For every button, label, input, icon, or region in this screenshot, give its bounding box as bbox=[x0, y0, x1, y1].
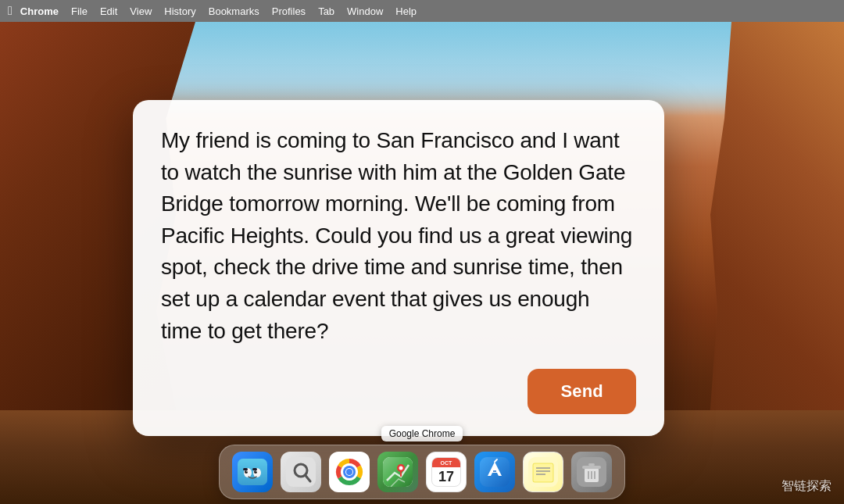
dock-icon-calendar[interactable]: OCT 17 bbox=[426, 452, 467, 492]
menu-view[interactable]: View bbox=[130, 5, 152, 17]
svg-rect-26 bbox=[533, 463, 553, 482]
dialog-footer: Send bbox=[161, 369, 636, 414]
menu-window[interactable]: Window bbox=[347, 5, 383, 17]
svg-rect-8 bbox=[252, 468, 257, 470]
svg-rect-33 bbox=[588, 463, 595, 466]
menu-tab[interactable]: Tab bbox=[318, 5, 334, 17]
menu-history[interactable]: History bbox=[164, 5, 195, 17]
svg-point-5 bbox=[246, 470, 248, 472]
menu-bookmarks[interactable]: Bookmarks bbox=[209, 5, 259, 17]
dock-icon-spotlight[interactable] bbox=[281, 452, 321, 492]
dock-icon-maps[interactable] bbox=[377, 452, 418, 492]
menu-profiles[interactable]: Profiles bbox=[272, 5, 306, 17]
chat-dialog: My friend is coming to San Francisco and… bbox=[133, 100, 664, 436]
dock-icon-chrome[interactable] bbox=[329, 452, 370, 492]
dock-tooltip-label: Google Chrome bbox=[381, 426, 463, 441]
apple-logo-icon[interactable]:  bbox=[8, 4, 13, 18]
svg-rect-9 bbox=[286, 457, 316, 487]
calendar-month-label: OCT bbox=[441, 460, 452, 466]
dock: OCT 17 bbox=[219, 445, 625, 499]
dock-icon-notes[interactable] bbox=[523, 452, 563, 492]
dock-icon-finder[interactable] bbox=[232, 452, 273, 492]
send-button[interactable]: Send bbox=[528, 369, 636, 414]
menu-help[interactable]: Help bbox=[395, 5, 417, 17]
menu-app-name[interactable]: Chrome bbox=[20, 5, 59, 17]
svg-rect-0 bbox=[238, 459, 267, 485]
menu-bar:  Chrome File Edit View History Bookmark… bbox=[0, 0, 844, 22]
svg-rect-32 bbox=[582, 466, 601, 469]
desktop-background: My friend is coming to San Francisco and… bbox=[0, 22, 844, 504]
svg-point-16 bbox=[346, 469, 352, 475]
svg-rect-7 bbox=[243, 468, 248, 470]
dock-container: Google Chrome bbox=[219, 426, 625, 499]
dock-icon-trash[interactable] bbox=[571, 452, 612, 492]
calendar-day-number: 17 bbox=[432, 467, 460, 486]
svg-point-21 bbox=[399, 466, 403, 470]
svg-rect-19 bbox=[383, 457, 413, 487]
calendar-month-bar: OCT bbox=[432, 458, 460, 467]
dock-icon-appstore[interactable] bbox=[474, 452, 515, 492]
calendar-icon-inner: OCT 17 bbox=[431, 457, 461, 487]
menu-edit[interactable]: Edit bbox=[100, 5, 117, 17]
menu-file[interactable]: File bbox=[71, 5, 88, 17]
watermark-text: 智链探索 bbox=[781, 478, 831, 495]
svg-point-6 bbox=[256, 470, 257, 472]
menu-items: Chrome File Edit View History Bookmarks … bbox=[20, 5, 417, 17]
dialog-message-text: My friend is coming to San Francisco and… bbox=[161, 125, 636, 347]
